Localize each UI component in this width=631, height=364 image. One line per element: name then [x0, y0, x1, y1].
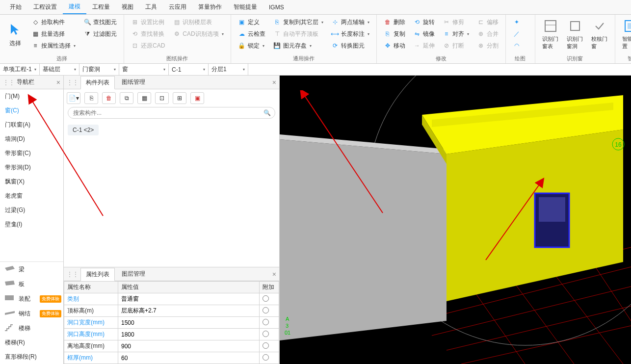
tab-layer-mgmt[interactable]: 图层管理 [117, 268, 150, 280]
drag-handle-icon[interactable]: ⋮⋮ [67, 271, 79, 278]
nav-cat-assembly[interactable]: 装配免费体验 [0, 291, 63, 306]
split-button[interactable]: ⊗分割 [475, 40, 500, 51]
nav-item-stair-r[interactable]: 楼梯(R) [0, 336, 63, 350]
nav-item-window[interactable]: 窗(C) [0, 104, 63, 118]
type-selector[interactable]: 窗▾ [119, 64, 169, 75]
line-button[interactable]: ／ [511, 28, 523, 39]
mirror-button[interactable]: ⇋镜像 [411, 28, 437, 39]
new-button[interactable]: 📄▾ [67, 92, 80, 104]
batch-select-button[interactable]: ▦批量选择 [29, 28, 78, 39]
nav-cat-slab[interactable]: 板 [0, 277, 63, 291]
category-selector[interactable]: 门窗洞▾ [79, 64, 119, 75]
length-dim-button[interactable]: ⟷长度标注▾ [329, 28, 371, 39]
nav-item-straight-flight[interactable]: 直形梯段(R) [0, 350, 63, 364]
menu-igms[interactable]: IGMS [263, 0, 290, 14]
nav-cat-stair[interactable]: 楼梯 [0, 321, 63, 336]
menu-collaborate[interactable]: 算量协作 [192, 0, 228, 14]
copy2-button[interactable]: ⎘ [84, 92, 98, 104]
move-button[interactable]: ✥移动 [382, 40, 407, 51]
property-value-cell[interactable] [118, 352, 260, 364]
copy-to-floor-button[interactable]: ⎘复制到其它层▾ [271, 17, 325, 27]
convert-element-button[interactable]: ⟳转换图元 [329, 40, 371, 51]
property-value-input[interactable] [121, 319, 256, 326]
property-value-cell[interactable] [118, 329, 260, 340]
property-name[interactable]: 洞口高度(mm) [64, 329, 118, 340]
find-element-button[interactable]: 🔍查找图元 [81, 17, 119, 27]
drag-handle-icon[interactable]: ⋮⋮ [3, 79, 15, 86]
property-extra[interactable] [260, 305, 279, 317]
smart-layout-button[interactable]: 智能布置 [618, 17, 631, 52]
find-replace-button[interactable]: ⟲查找替换 [129, 28, 167, 39]
search-input[interactable] [73, 109, 261, 116]
tab-drawing-mgmt[interactable]: 图纸管理 [117, 76, 150, 88]
nav-item-niche[interactable]: 壁龛(I) [0, 217, 63, 232]
close-icon[interactable]: × [56, 78, 60, 86]
property-value-input[interactable] [121, 343, 256, 350]
property-value-cell[interactable] [118, 317, 260, 329]
rotate-button[interactable]: ⟲旋转 [411, 17, 437, 27]
nav-cat-steel[interactable]: 钢结免费体验 [0, 306, 63, 321]
nav-cat-beam[interactable]: 梁 [0, 262, 63, 277]
menu-cloud[interactable]: 云应用 [163, 0, 192, 14]
property-value-input[interactable] [121, 296, 256, 303]
viewport-3d[interactable]: 16 A 3 01 [280, 76, 631, 364]
trim-button[interactable]: ✂修剪 [441, 17, 471, 27]
property-extra[interactable] [260, 329, 279, 340]
cad-options-button[interactable]: ⚙CAD识别选项▾ [171, 28, 225, 39]
property-value-input[interactable] [121, 308, 256, 314]
two-point-axis-button[interactable]: ⊹两点辅轴▾ [329, 17, 371, 27]
property-extra[interactable] [260, 317, 279, 329]
close-icon[interactable]: × [272, 78, 276, 86]
delete2-button[interactable]: 🗑 [102, 92, 116, 104]
extra-radio[interactable] [263, 331, 269, 337]
nav-item-door[interactable]: 门(M) [0, 89, 63, 104]
auto-align-button[interactable]: ⊤自动平齐顶板 [271, 28, 325, 39]
filter-element-button[interactable]: ⧩过滤图元 [81, 28, 119, 39]
floor-selector[interactable]: 基础层▾ [40, 64, 79, 75]
merge-button[interactable]: ⊕合并 [475, 28, 500, 39]
search-box[interactable]: 🔍 [68, 107, 275, 119]
pick-component-button[interactable]: ◇拾取构件 [29, 17, 78, 27]
extra-radio[interactable] [263, 319, 269, 325]
cloud-check-button[interactable]: ☁云检查 [236, 28, 267, 39]
restore-cad-button[interactable]: ⊡还原CAD [129, 40, 167, 51]
property-value-input[interactable] [121, 331, 256, 338]
code-selector[interactable]: C-1▾ [169, 64, 209, 75]
nav-item-lintel[interactable]: 过梁(G) [0, 203, 63, 217]
nav-item-wall-hole[interactable]: 墙洞(D) [0, 132, 63, 146]
menu-start[interactable]: 开始 [4, 0, 27, 14]
delete-button[interactable]: 🗑删除 [382, 17, 407, 27]
property-extra[interactable] [260, 340, 279, 352]
property-extra[interactable] [260, 352, 279, 364]
component-chip[interactable]: C-1 <2> [68, 125, 99, 135]
menu-project-settings[interactable]: 工程设置 [27, 0, 63, 14]
select-button[interactable]: 选择 [3, 17, 27, 52]
nav-item-ribbon-hole[interactable]: 带形洞(D) [0, 160, 63, 175]
tool7-button[interactable]: ▣ [190, 92, 204, 104]
arc-button[interactable]: ◠ [511, 40, 523, 51]
property-value-cell[interactable] [118, 293, 260, 305]
select-by-property-button[interactable]: ≡按属性选择▾ [29, 40, 78, 51]
project-selector[interactable]: 单项工程-1▾ [0, 64, 40, 75]
identify-opening-button[interactable]: 识别门窗洞 [563, 17, 587, 52]
layer-button[interactable]: ▦ [137, 92, 151, 104]
nav-item-door-window[interactable]: 门联窗(A) [0, 118, 63, 132]
nav-item-dormer[interactable]: 老虎窗 [0, 189, 63, 203]
lock-button[interactable]: 🔒锁定▾ [236, 40, 267, 51]
tool5-button[interactable]: ⊡ [155, 92, 169, 104]
extra-radio[interactable] [263, 295, 269, 302]
identify-floor-table-button[interactable]: ▤识别楼层表 [171, 17, 225, 27]
tool6-button[interactable]: ⊞ [173, 92, 186, 104]
extend-button[interactable]: →延伸 [411, 40, 437, 51]
property-value-cell[interactable] [118, 305, 260, 317]
copy-button[interactable]: ⎘复制 [382, 28, 407, 39]
point-button[interactable]: ✦ [511, 17, 523, 27]
align-button[interactable]: ≡对齐▾ [441, 28, 471, 39]
close-icon[interactable]: × [272, 270, 276, 278]
extra-radio[interactable] [263, 354, 269, 361]
tab-component-list[interactable]: 构件列表 [80, 76, 115, 89]
menu-tools[interactable]: 工具 [139, 0, 163, 14]
property-name[interactable]: 洞口宽度(mm) [64, 317, 118, 329]
property-name[interactable]: 框厚(mm) [64, 352, 118, 364]
break-button[interactable]: ⊘打断 [441, 40, 471, 51]
